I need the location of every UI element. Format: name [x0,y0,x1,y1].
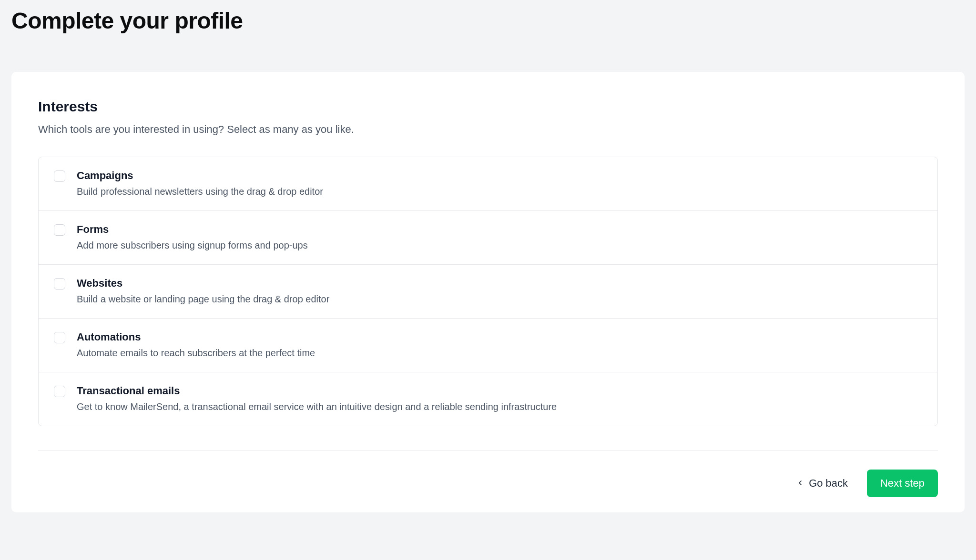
option-title: Transactional emails [77,385,557,397]
option-title: Automations [77,331,315,343]
option-text: Transactional emails Get to know MailerS… [77,385,557,413]
checkbox-websites[interactable] [54,278,65,290]
section-subtitle: Which tools are you interested in using?… [38,123,938,136]
footer-divider [38,450,938,450]
option-text: Forms Add more subscribers using signup … [77,223,308,252]
option-forms[interactable]: Forms Add more subscribers using signup … [39,211,937,265]
option-desc: Get to know MailerSend, a transactional … [77,400,557,413]
option-desc: Add more subscribers using signup forms … [77,239,308,252]
option-desc: Build a website or landing page using th… [77,292,329,306]
page-title: Complete your profile [0,0,976,34]
option-transactional-emails[interactable]: Transactional emails Get to know MailerS… [39,372,937,426]
go-back-label: Go back [809,477,848,490]
option-desc: Automate emails to reach subscribers at … [77,346,315,360]
option-automations[interactable]: Automations Automate emails to reach sub… [39,319,937,372]
option-text: Websites Build a website or landing page… [77,277,329,306]
page: Complete your profile Interests Which to… [0,0,976,512]
checkbox-automations[interactable] [54,332,65,343]
card-footer: Go back Next step [38,470,938,497]
option-text: Campaigns Build professional newsletters… [77,170,323,198]
section-title: Interests [38,99,938,115]
option-websites[interactable]: Websites Build a website or landing page… [39,265,937,319]
chevron-left-icon [796,477,804,490]
option-campaigns[interactable]: Campaigns Build professional newsletters… [39,157,937,211]
next-step-button[interactable]: Next step [867,470,938,497]
next-step-label: Next step [880,477,925,489]
option-title: Forms [77,223,308,236]
option-title: Campaigns [77,170,323,182]
go-back-button[interactable]: Go back [796,477,848,490]
option-desc: Build professional newsletters using the… [77,185,323,198]
checkbox-campaigns[interactable] [54,170,65,182]
option-text: Automations Automate emails to reach sub… [77,331,315,360]
interest-options: Campaigns Build professional newsletters… [38,157,938,426]
checkbox-transactional-emails[interactable] [54,386,65,397]
profile-card: Interests Which tools are you interested… [11,72,965,512]
checkbox-forms[interactable] [54,224,65,236]
option-title: Websites [77,277,329,290]
